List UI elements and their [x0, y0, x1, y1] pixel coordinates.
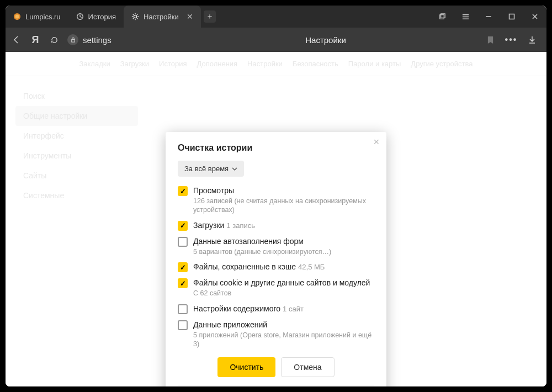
clear-option: Настройки содержимого1 сайт [178, 304, 374, 314]
new-tab-button[interactable]: ＋ [201, 6, 219, 28]
svg-line-11 [137, 14, 137, 15]
checkbox[interactable] [178, 304, 188, 314]
site-info-icon[interactable] [67, 34, 78, 45]
page-content: ЗакладкиЗагрузкиИсторияДополненияНастрой… [6, 52, 546, 386]
option-label: Загрузки [193, 221, 224, 230]
svg-line-8 [133, 14, 134, 15]
time-range-dropdown[interactable]: За всё время [178, 161, 244, 177]
option-label: Данные автозаполнения форм [193, 237, 304, 246]
option-subtext: С 62 сайтов [193, 289, 370, 298]
dialog-close-button[interactable]: ✕ [373, 137, 380, 146]
checkbox[interactable] [178, 221, 188, 231]
clear-button[interactable]: Очистить [217, 357, 275, 377]
tab-label: История [88, 13, 116, 21]
option-hint: 1 запись [226, 221, 255, 230]
checkbox[interactable] [178, 320, 188, 330]
window-minimize-button[interactable] [477, 6, 500, 28]
window-maximize-button[interactable] [500, 6, 523, 28]
svg-rect-13 [440, 13, 445, 18]
tab-lumpics[interactable]: Lumpics.ru [6, 6, 68, 28]
tab-label: Lumpics.ru [25, 13, 61, 21]
svg-line-10 [133, 18, 134, 19]
menu-icon[interactable] [454, 6, 477, 28]
option-label: Настройки содержимого [193, 304, 280, 313]
more-icon[interactable]: ••• [506, 34, 517, 45]
option-label: Данные приложений [193, 320, 267, 329]
gear-icon [131, 13, 139, 20]
svg-point-1 [15, 15, 19, 19]
option-label: Просмотры [193, 186, 234, 195]
tab-settings[interactable]: Настройки ✕ [124, 6, 201, 28]
clear-option: Файлы cookie и другие данные сайтов и мо… [178, 278, 374, 298]
cancel-button[interactable]: Отмена [281, 357, 334, 377]
option-hint: 42,5 МБ [298, 263, 325, 271]
clear-option: Файлы, сохраненные в кэше42,5 МБ [178, 262, 374, 272]
reload-button[interactable] [49, 34, 60, 45]
address-bar: Я settings Настройки ••• [6, 28, 546, 52]
download-icon[interactable] [527, 34, 538, 45]
history-icon [76, 13, 84, 20]
option-label: Файлы cookie и другие данные сайтов и мо… [193, 278, 370, 287]
back-button[interactable] [11, 34, 22, 45]
option-hint: 1 сайт [283, 305, 304, 313]
option-subtext: 5 вариантов (данные синхронизируются…) [193, 247, 331, 256]
close-tab-icon[interactable]: ✕ [187, 12, 193, 21]
svg-point-3 [134, 15, 136, 18]
dialog-footnote: Некоторые данные (например, история запр… [178, 385, 374, 386]
option-label: Файлы, сохраненные в кэше [193, 262, 296, 271]
svg-rect-18 [509, 14, 514, 19]
collections-icon[interactable] [431, 6, 454, 28]
svg-rect-21 [71, 39, 75, 42]
checkbox[interactable] [178, 278, 188, 288]
bookmark-icon[interactable] [485, 34, 496, 45]
url-text: settings [83, 35, 112, 45]
address-field[interactable]: settings [67, 34, 167, 45]
svg-rect-12 [439, 14, 444, 19]
checkbox[interactable] [178, 237, 188, 247]
tab-history[interactable]: История [68, 6, 124, 28]
window-close-button[interactable] [523, 6, 546, 28]
checkbox[interactable] [178, 262, 188, 272]
clear-option: Загрузки1 запись [178, 220, 374, 231]
checkbox[interactable] [178, 186, 188, 196]
time-range-label: За всё время [184, 165, 229, 173]
clear-option: Данные автозаполнения форм5 вариантов (д… [178, 236, 374, 256]
clear-option: Просмотры126 записей (не считая данных н… [178, 186, 374, 215]
option-subtext: 126 записей (не считая данных на синхрон… [193, 197, 374, 215]
planet-icon [13, 13, 21, 20]
page-title: Настройки [174, 35, 477, 45]
dialog-title: Очистка истории [178, 143, 374, 153]
svg-line-9 [137, 18, 137, 19]
clear-option: Данные приложений5 приложений (Opera sto… [178, 320, 374, 349]
clear-history-dialog: ✕ Очистка истории За всё время Просмотры… [166, 132, 386, 386]
tab-label: Настройки [144, 13, 179, 21]
titlebar: Lumpics.ru История Настройки ✕ ＋ [6, 6, 546, 28]
chevron-down-icon [232, 166, 237, 172]
yandex-home-icon[interactable]: Я [30, 34, 41, 45]
option-subtext: 5 приложений (Opera store, Магазин прило… [193, 331, 374, 349]
